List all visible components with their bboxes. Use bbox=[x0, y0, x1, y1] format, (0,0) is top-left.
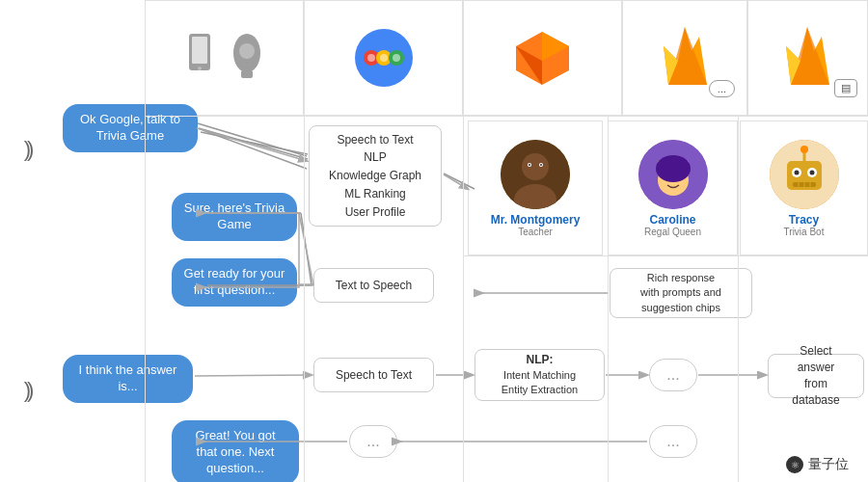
dialogflow-icon bbox=[511, 27, 574, 90]
icon-cell-firebase1: ... bbox=[622, 0, 747, 116]
caroline-name: Caroline bbox=[649, 213, 695, 227]
svg-line-42 bbox=[203, 130, 307, 169]
svg-point-29 bbox=[656, 155, 691, 182]
svg-point-11 bbox=[380, 54, 388, 62]
dots-3: ... bbox=[666, 433, 679, 450]
montgomery-name: Mr. Montgomery bbox=[491, 213, 581, 227]
nlp-line3: Entity Extraction bbox=[502, 383, 578, 397]
svg-point-23 bbox=[540, 164, 542, 166]
stt2-label: Speech to Text bbox=[336, 367, 412, 384]
nlp-line1: NLP: bbox=[527, 352, 554, 368]
watermark-text: 量子位 bbox=[808, 456, 849, 473]
svg-rect-1 bbox=[192, 37, 207, 64]
divider-col2 bbox=[304, 0, 305, 482]
divider-col3-bot bbox=[463, 116, 464, 482]
svg-point-36 bbox=[794, 170, 799, 174]
phone-speaker-icon bbox=[184, 32, 265, 85]
divider-col4-bot bbox=[608, 116, 609, 482]
svg-point-10 bbox=[367, 54, 375, 62]
svg-rect-5 bbox=[241, 70, 253, 78]
svg-point-22 bbox=[529, 164, 530, 166]
divider-col5-bot bbox=[738, 116, 739, 482]
bubble-answer: I think the answer is... bbox=[63, 355, 193, 403]
watermark-logo: ⚛ bbox=[785, 455, 804, 474]
caroline-avatar bbox=[638, 140, 708, 209]
svg-point-2 bbox=[198, 67, 202, 70]
icon-cell-firebase2: ▤ bbox=[747, 0, 868, 116]
select-answer-box: Select answer from database bbox=[768, 354, 864, 398]
montgomery-title: Teacher bbox=[518, 227, 553, 237]
icon-cell-dialogflow bbox=[463, 0, 622, 116]
svg-point-33 bbox=[800, 146, 808, 153]
divider-col3-top bbox=[463, 0, 464, 116]
char-card-tracy: Tracy Trivia Bot bbox=[740, 120, 868, 255]
process-box-tts: Text to Speech bbox=[313, 268, 434, 303]
p1-line4: ML Ranking bbox=[344, 186, 406, 202]
dots-box-2: ... bbox=[349, 425, 397, 458]
caroline-title: Regal Queen bbox=[644, 227, 701, 237]
tracy-avatar bbox=[770, 140, 839, 209]
rich-line2: with prompts and bbox=[640, 285, 721, 300]
svg-point-4 bbox=[239, 43, 255, 59]
mic-icon-2: )) bbox=[8, 366, 46, 415]
divider-left bbox=[145, 0, 146, 482]
rich-line1: Rich response bbox=[647, 271, 715, 285]
tts-label: Text to Speech bbox=[336, 278, 412, 294]
svg-point-18 bbox=[522, 153, 549, 180]
rich-line3: suggestion chips bbox=[641, 301, 720, 315]
dots-2: ... bbox=[366, 433, 379, 450]
svg-line-52 bbox=[444, 174, 468, 189]
mic-icon-1: )) bbox=[8, 125, 46, 174]
svg-point-37 bbox=[809, 170, 814, 174]
firebase-icon-2 bbox=[781, 22, 834, 94]
nlp-line2: Intent Matching bbox=[503, 368, 576, 383]
svg-line-48 bbox=[201, 132, 308, 154]
p1-line2: NLP bbox=[364, 149, 386, 166]
char-card-montgomery: Mr. Montgomery Teacher bbox=[468, 120, 603, 255]
process-box-stt-nlp: Speech to Text NLP Knowledge Graph ML Ra… bbox=[309, 125, 442, 227]
tracy-title: Trivia Bot bbox=[784, 227, 825, 237]
p1-line3: Knowledge Graph bbox=[329, 168, 421, 184]
svg-line-55 bbox=[195, 375, 312, 376]
char-card-caroline: Caroline Regal Queen bbox=[608, 120, 738, 255]
rich-response-box: Rich response with prompts and suggestio… bbox=[610, 268, 752, 318]
diagram: ... ▤ Mr. Montgomery Teach bbox=[0, 0, 868, 482]
divider-col4-top bbox=[622, 0, 623, 116]
firebase-icon-1 bbox=[659, 22, 712, 94]
process-box-stt2: Speech to Text bbox=[313, 358, 434, 392]
icon-cell-google-assistant bbox=[304, 0, 463, 116]
mic-waves-1: )) bbox=[24, 137, 31, 162]
icon-cell-phone bbox=[145, 0, 304, 116]
tracy-name: Tracy bbox=[789, 213, 819, 227]
select-line2: from database bbox=[780, 376, 852, 409]
watermark: ⚛ 量子位 bbox=[785, 455, 849, 474]
bubble-ok-google: Ok Google, talk to Trivia Game bbox=[63, 104, 198, 152]
svg-line-49 bbox=[199, 128, 308, 159]
divider-char-row bbox=[463, 255, 868, 256]
svg-line-51 bbox=[197, 128, 307, 161]
p1-line5: User Profile bbox=[345, 204, 406, 221]
select-line1: Select answer bbox=[780, 343, 852, 376]
dots-box-1: ... bbox=[649, 359, 697, 391]
bubble-get-ready: Get ready for your first question... bbox=[172, 258, 297, 307]
divider-top-row bbox=[145, 116, 868, 117]
svg-line-50 bbox=[198, 123, 307, 156]
svg-point-12 bbox=[393, 54, 400, 62]
process-box-nlp: NLP: Intent Matching Entity Extraction bbox=[475, 349, 605, 401]
dots-box-3: ... bbox=[649, 425, 697, 458]
mic-waves-2: )) bbox=[24, 378, 31, 403]
bubble-sure-trivia: Sure, here's Trivia Game bbox=[172, 193, 297, 241]
divider-col5-top bbox=[747, 0, 748, 116]
p1-line1: Speech to Text bbox=[337, 132, 413, 148]
svg-text:⚛: ⚛ bbox=[791, 460, 800, 470]
dots-1: ... bbox=[666, 366, 679, 384]
google-assistant-icon bbox=[350, 24, 418, 92]
montgomery-avatar bbox=[501, 140, 570, 209]
bubble-great: Great! You got that one. Next question..… bbox=[172, 420, 299, 482]
